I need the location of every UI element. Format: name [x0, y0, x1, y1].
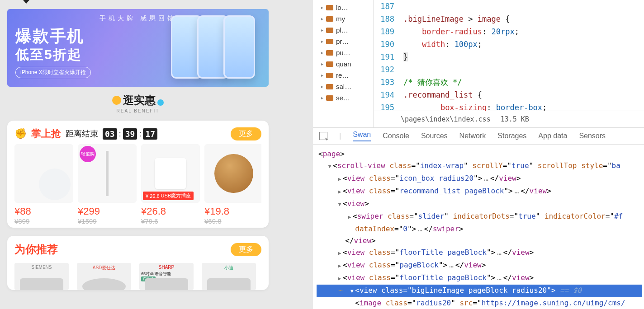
product-item[interactable]: ¥88 ¥899 — [14, 144, 76, 225]
folder-icon — [326, 5, 333, 10]
folder-icon — [326, 28, 333, 33]
folder-icon — [326, 50, 333, 56]
code-editor[interactable]: 187188189190191192193194195 .bigLineImag… — [374, 0, 644, 127]
editor-pane: ▸lo… ▸my ▸pl… ▸pr… ▸pu… ▸quan ▸re… ▸sal…… — [313, 0, 644, 128]
banner-phones-art — [176, 15, 255, 79]
tab-swan[interactable]: Swan — [353, 131, 371, 141]
flash-title: 掌上抢 — [31, 127, 61, 140]
recommend-card: 为你推荐 更多 SIEMENS ASD爱仕达 SHARP65吋4K语音智能广告机… — [7, 236, 269, 290]
tree-folder[interactable]: ▸sal… — [313, 81, 373, 92]
tab-sensors[interactable]: Sensors — [579, 132, 606, 140]
devtools-pane: | Swan Console Sources Network Storages … — [313, 128, 644, 309]
product-item[interactable]: 轻值购 ¥299 ¥1599 — [78, 144, 139, 225]
tree-folder[interactable]: ▸quan — [313, 58, 373, 70]
swirl-icon — [112, 96, 121, 105]
code-lines[interactable]: .bigLineImage > image { border-radius: 2… — [403, 0, 644, 114]
file-tree[interactable]: ▸lo… ▸my ▸pl… ▸pr… ▸pu… ▸quan ▸re… ▸sal…… — [313, 0, 374, 127]
tree-folder[interactable]: ▸my — [313, 13, 373, 24]
dom-tree[interactable]: <page> ▼<scroll-view class="index-wrap" … — [313, 145, 644, 309]
shop-subtitle: REAL BENEFIT — [7, 108, 269, 113]
swirl-icon-2 — [157, 99, 164, 106]
folder-icon — [326, 84, 333, 89]
device-preview: 手机大牌 感恩回馈 爆款手机 低至5折起 iPhone X限时立省火爆开抢 逛实… — [0, 0, 276, 309]
folder-icon — [326, 95, 333, 101]
editor-status-bar: \pages\index\index.css 13.5 KB — [374, 111, 644, 127]
tree-folder[interactable]: ▸pu… — [313, 47, 373, 58]
recommend-row[interactable]: SIEMENS ASD爱仕达 SHARP65吋4K语音智能广告机 小迪 — [14, 263, 261, 290]
folder-icon — [326, 39, 333, 44]
inspect-icon[interactable] — [319, 132, 327, 140]
recommend-item[interactable]: ASD爱仕达 — [77, 263, 131, 290]
flash-more-button[interactable]: 更多 — [231, 127, 261, 140]
countdown-hh: 03 — [103, 128, 117, 140]
preview-pointer — [20, 0, 33, 4]
section-title-shop: 逛实惠 REAL BENEFIT — [7, 87, 269, 118]
flash-product-row[interactable]: ¥88 ¥899 轻值购 ¥299 ¥1599 ¥ 26.8USB魔方插座 ¥2… — [14, 144, 261, 225]
folder-icon — [326, 61, 333, 67]
tree-folder[interactable]: ▸lo… — [313, 2, 373, 13]
ide-panel: ▸lo… ▸my ▸pl… ▸pr… ▸pu… ▸quan ▸re… ▸sal…… — [313, 0, 644, 309]
status-path: \pages\index\index.css — [401, 113, 491, 126]
tree-folder[interactable]: ▸pl… — [313, 24, 373, 36]
shop-title-text: 逛实惠 — [123, 94, 156, 106]
tab-app-data[interactable]: App data — [538, 132, 567, 140]
line-gutter: 187188189190191192193194195 — [374, 0, 399, 114]
tab-storages[interactable]: Storages — [497, 132, 526, 140]
flash-sale-card: ✊ 掌上抢 距离结束 03: 39: 17 更多 ¥88 ¥899 轻值购 ¥2… — [7, 121, 269, 228]
dom-selected-node[interactable]: ⋯ ▼<view class="bigLineImage pageBlock r… — [317, 285, 642, 297]
recommend-item[interactable]: SIEMENS — [14, 263, 69, 290]
folder-icon — [326, 73, 333, 78]
tab-console[interactable]: Console — [383, 132, 409, 140]
product-item[interactable]: ¥19.8 ¥69.8 — [204, 144, 261, 225]
tree-folder[interactable]: ▸re… — [313, 70, 373, 81]
recommend-more-button[interactable]: 更多 — [231, 243, 261, 256]
flame-icon: ✊ — [14, 128, 27, 140]
tab-sources[interactable]: Sources — [421, 132, 448, 140]
recommend-item[interactable]: 小迪 — [202, 263, 256, 290]
recommend-title: 为你推荐 — [14, 242, 58, 257]
countdown-mm: 39 — [123, 128, 137, 140]
tab-network[interactable]: Network — [459, 132, 486, 140]
hero-banner[interactable]: 手机大牌 感恩回馈 爆款手机 低至5折起 iPhone X限时立省火爆开抢 — [7, 9, 269, 87]
product-item[interactable]: ¥ 26.8USB魔方插座 ¥26.8 ¥79.6 — [141, 144, 203, 225]
panel-divider — [276, 0, 313, 309]
devtools-tabs[interactable]: | Swan Console Sources Network Storages … — [313, 128, 644, 145]
countdown-ss: 17 — [143, 128, 157, 140]
banner-caption: iPhone X限时立省火爆开抢 — [15, 67, 91, 78]
countdown: 距离结束 03: 39: 17 — [66, 128, 157, 140]
folder-icon — [326, 16, 333, 22]
tree-folder[interactable]: ▸se… — [313, 92, 373, 103]
status-size: 13.5 KB — [501, 113, 529, 126]
tree-folder[interactable]: ▸pr… — [313, 36, 373, 47]
recommend-item[interactable]: SHARP65吋4K语音智能广告机 — [139, 263, 194, 290]
deal-badge: 轻值购 — [80, 146, 96, 162]
price-tag: ¥ 26.8USB魔方插座 — [143, 192, 194, 200]
countdown-label: 距离结束 — [66, 128, 98, 139]
